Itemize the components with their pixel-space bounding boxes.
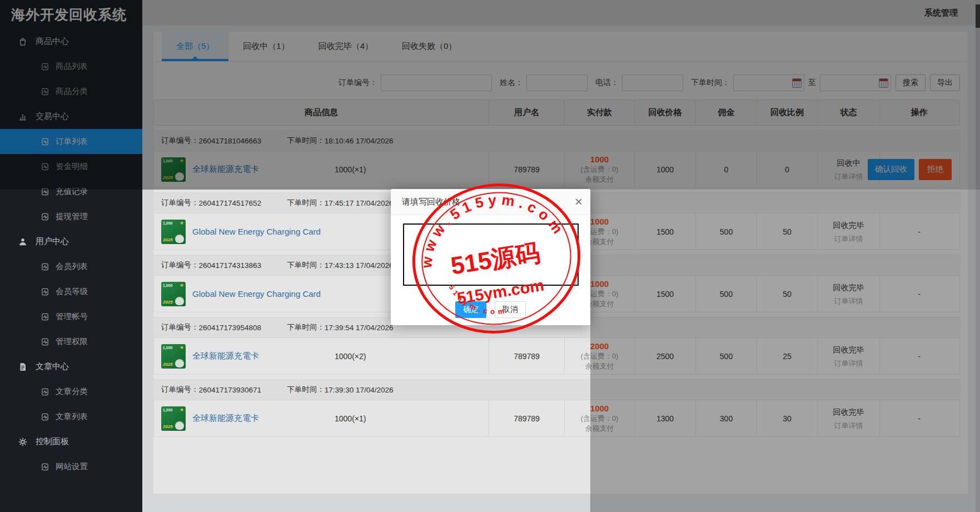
paid-amount: 1000 (590, 216, 609, 227)
scrollbar-thumb[interactable] (976, 4, 980, 28)
calendar-icon[interactable] (792, 78, 802, 88)
sidebar-item-label: 资金明细 (56, 161, 88, 172)
column-header: 回收价格 (634, 100, 695, 125)
thumb-figure (175, 172, 184, 181)
product-thumbnail: 1,000★2025 (161, 157, 186, 182)
recycle-price: 1300 (656, 414, 674, 423)
commission-cell: 500 (695, 276, 757, 312)
product-thumbnail: 1,000★2025 (161, 344, 186, 369)
sidebar-item-site-settings[interactable]: 网站设置 (0, 454, 142, 479)
order-detail-link[interactable]: 订单详情 (834, 421, 863, 431)
app-title: 海外开发回收系统 (0, 0, 142, 24)
system-admin-menu[interactable]: 系统管理 (924, 0, 958, 25)
star-icon: ★ (180, 282, 184, 288)
paid-amount: 2000 (590, 341, 609, 351)
product-link[interactable]: 全球新能源充電卡 (192, 413, 259, 424)
order-detail-link[interactable]: 订单详情 (834, 296, 863, 306)
order-number: 260417173954808 (199, 324, 262, 332)
pay-method: 余额支付 (585, 424, 614, 434)
product-quantity: 1000(×1) (335, 414, 366, 423)
sidebar-group-article-center[interactable]: 文章中心 (0, 354, 142, 379)
sidebar-item-withdraw-manage[interactable]: 提现管理 (0, 204, 142, 229)
order-time: 18:10:46 17/04/2026 (325, 137, 394, 145)
list-icon (41, 87, 49, 96)
sidebar-group-label: 文章中心 (36, 361, 69, 372)
product-link[interactable]: Global New Energy Charging Card (192, 289, 321, 299)
paid-cell: 2000(含运费：0)余额支付 (564, 338, 634, 374)
sidebar-group-label: 交易中心 (36, 111, 69, 122)
commission-cell: 0 (695, 151, 757, 187)
sidebar-item-article-list[interactable]: 文章列表 (0, 404, 142, 429)
order-detail-link[interactable]: 订单详情 (834, 359, 863, 369)
action-cell: - (879, 400, 958, 436)
sidebar-group-user-center[interactable]: 用户中心 (0, 229, 142, 254)
tab-done[interactable]: 回收完毕（4） (304, 32, 387, 61)
order-number: 260417173930671 (199, 386, 262, 394)
search-button[interactable]: 搜索 (896, 74, 926, 91)
bag-icon (18, 37, 28, 47)
sidebar-item-fund-detail[interactable]: 资金明细 (0, 154, 142, 179)
sidebar-item-member-level[interactable]: 会员等级 (0, 279, 142, 304)
order-detail-link[interactable]: 订单详情 (834, 234, 863, 244)
thumb-figure (175, 297, 184, 305)
tab-failed[interactable]: 回收失败（0） (387, 32, 471, 61)
recycle-price: 1500 (656, 227, 674, 236)
sidebar-group-goods-center[interactable]: 商品中心 (0, 29, 142, 54)
sidebar-group-control-panel[interactable]: 控制面板 (0, 429, 142, 454)
sidebar-item-label: 订单列表 (56, 136, 88, 147)
order-no-input[interactable] (381, 74, 492, 91)
sidebar-item-admin-account[interactable]: 管理帐号 (0, 304, 142, 329)
thumb-figure (175, 235, 184, 243)
sidebar-item-goods-category[interactable]: 商品分类 (0, 79, 142, 104)
username-cell: 789789 (489, 400, 564, 436)
sidebar-item-goods-list[interactable]: 商品列表 (0, 54, 142, 79)
order-no-label: 订单编号： (161, 385, 199, 395)
thumb-figure (175, 421, 184, 430)
doc-icon (18, 362, 28, 372)
action-cell: 确认回收拒绝 (879, 151, 958, 187)
order-no-label: 订单编号： (161, 198, 199, 208)
recycle-price-dialog: 请填写回收价格 × 确定 取消 (391, 189, 590, 325)
order-time-label: 下单时间： (287, 260, 325, 270)
order-group: 订单编号：260417173954808下单时间：17:39:54 17/04/… (153, 317, 960, 375)
order-group: 订单编号：260417181046663下单时间：18:10:46 17/04/… (153, 130, 960, 188)
column-header: 用户名 (489, 100, 564, 125)
reject-button[interactable]: 拒绝 (919, 159, 952, 180)
calendar-icon[interactable] (879, 78, 888, 88)
order-detail-link[interactable]: 订单详情 (834, 172, 863, 182)
product-link[interactable]: Global New Energy Charging Card (192, 227, 321, 236)
product-link[interactable]: 全球新能源充電卡 (192, 164, 259, 175)
status-text: 回收中 (837, 157, 860, 168)
recycle-ratio: 30 (783, 414, 792, 423)
sidebar-item-recharge-record[interactable]: 充值记录 (0, 179, 142, 204)
freight-note: (含运费：0) (581, 351, 619, 361)
order-no-label: 订单编号： (161, 322, 199, 332)
star-icon: ★ (180, 345, 184, 350)
recycle-ratio: 50 (783, 227, 792, 236)
tab-all[interactable]: 全部（5） (162, 32, 228, 61)
sidebar-item-member-list[interactable]: 会员列表 (0, 254, 142, 279)
product-link[interactable]: 全球新能源充電卡 (192, 351, 259, 361)
name-input[interactable] (526, 74, 588, 91)
export-button[interactable]: 导出 (930, 74, 960, 91)
thumb-year-text: 2025 (163, 362, 173, 367)
close-icon[interactable]: × (575, 193, 583, 210)
tab-recycling[interactable]: 回收中（1） (228, 32, 304, 61)
product-quantity: 1000(×1) (335, 165, 366, 174)
sidebar-item-article-category[interactable]: 文章分类 (0, 379, 142, 404)
freight-note: (含运费：0) (581, 414, 619, 424)
sidebar-item-admin-permission[interactable]: 管理权限 (0, 329, 142, 354)
sidebar-group-trade-center[interactable]: 交易中心 (0, 104, 142, 129)
confirm-button[interactable]: 确定 (455, 301, 486, 318)
sidebar-item-order-list[interactable]: 订单列表 (0, 129, 142, 154)
phone-input[interactable] (622, 74, 683, 91)
no-action-dash: - (918, 414, 921, 423)
phone-label: 电话： (595, 78, 619, 88)
list-icon (41, 287, 49, 296)
order-time-label: 下单时间： (287, 136, 325, 146)
recycle-price-textarea[interactable] (403, 223, 579, 286)
confirm-recycle-button[interactable]: 确认回收 (868, 159, 914, 180)
action-cell: - (879, 338, 958, 374)
recycle-price-cell: 1500 (634, 276, 695, 312)
cancel-button[interactable]: 取消 (495, 301, 526, 318)
